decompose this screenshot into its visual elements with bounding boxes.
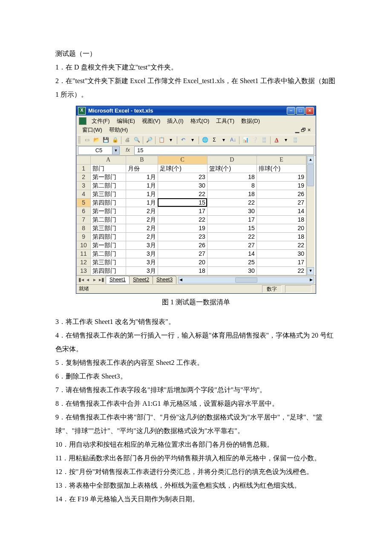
cell[interactable]: 19 bbox=[158, 224, 207, 232]
cell[interactable]: 第三部门 bbox=[91, 224, 126, 232]
cell[interactable]: 18 bbox=[207, 173, 257, 181]
row-header[interactable]: 7 bbox=[77, 215, 91, 224]
cell[interactable]: 17 bbox=[207, 215, 257, 224]
cell[interactable]: 第四部门 bbox=[91, 266, 126, 275]
cell[interactable]: 第四部门 bbox=[91, 198, 126, 207]
cell[interactable]: 30 bbox=[207, 207, 257, 215]
cell[interactable]: 18 bbox=[158, 266, 207, 275]
tab-nav-last-icon[interactable]: ▸▮ bbox=[98, 277, 104, 283]
cell[interactable]: 第二部门 bbox=[91, 215, 126, 224]
formula-input[interactable]: 15 bbox=[134, 146, 314, 155]
cell[interactable]: 篮球(个) bbox=[207, 164, 257, 173]
cell[interactable]: 15 bbox=[207, 224, 257, 232]
cell[interactable]: 22 bbox=[207, 232, 257, 241]
cell[interactable]: 18 bbox=[207, 190, 257, 198]
cell[interactable]: 19 bbox=[257, 181, 306, 190]
open-icon[interactable]: 📂 bbox=[92, 136, 100, 144]
scroll-thumb[interactable] bbox=[307, 164, 314, 186]
cell[interactable]: 第一部门 bbox=[91, 241, 126, 249]
cell[interactable]: 17 bbox=[158, 207, 207, 215]
cell[interactable]: 足球(个) bbox=[158, 164, 207, 173]
row-header[interactable]: 1 bbox=[77, 164, 91, 173]
col-header-C[interactable]: C bbox=[158, 156, 207, 164]
hyperlink-icon[interactable]: 🌐 bbox=[201, 136, 209, 144]
row-header[interactable]: 6 bbox=[77, 207, 91, 215]
menu-format[interactable]: 格式(O) bbox=[187, 117, 213, 126]
menu-view[interactable]: 视图(V) bbox=[138, 117, 164, 126]
tab-nav-next-icon[interactable]: ▸ bbox=[92, 277, 98, 283]
scroll-up-icon[interactable]: ▲ bbox=[307, 156, 314, 164]
row-header[interactable]: 2 bbox=[77, 173, 91, 181]
save-icon[interactable]: 💾 bbox=[102, 136, 110, 144]
cell[interactable]: 第二部门 bbox=[91, 181, 126, 190]
row-header[interactable]: 8 bbox=[77, 224, 91, 232]
cell[interactable]: 20 bbox=[158, 258, 207, 266]
cell[interactable]: 8 bbox=[207, 181, 257, 190]
undo-dropdown-icon[interactable]: ▾ bbox=[189, 136, 196, 144]
cell[interactable]: 第一部门 bbox=[91, 173, 126, 181]
cell[interactable]: 2月 bbox=[126, 215, 158, 224]
sheet-tab-3[interactable]: Sheet3 bbox=[153, 276, 176, 284]
help-icon[interactable]: ❔ bbox=[251, 136, 259, 144]
cell[interactable]: 1月 bbox=[126, 198, 158, 207]
cell[interactable]: 14 bbox=[207, 249, 257, 258]
cell[interactable]: 19 bbox=[257, 173, 306, 181]
name-box-dropdown-icon[interactable]: ▼ bbox=[112, 147, 119, 154]
cell[interactable]: 1月 bbox=[126, 190, 158, 198]
font-color-icon[interactable]: A bbox=[273, 136, 280, 144]
tab-nav-first-icon[interactable]: ▮◂ bbox=[78, 277, 84, 283]
cell[interactable]: 22 bbox=[257, 266, 306, 275]
cell[interactable]: 22 bbox=[158, 190, 207, 198]
cell[interactable]: 月份 bbox=[126, 164, 158, 173]
tab-nav-prev-icon[interactable]: ◂ bbox=[85, 277, 91, 283]
select-all-corner[interactable] bbox=[77, 156, 91, 164]
cell[interactable]: 第三部门 bbox=[91, 190, 126, 198]
cell[interactable]: 2月 bbox=[126, 207, 158, 215]
cell[interactable]: 第四部门 bbox=[91, 232, 126, 241]
cell[interactable]: 3月 bbox=[126, 241, 158, 249]
hscroll-left-icon[interactable]: ◀ bbox=[179, 278, 182, 283]
hscroll-right-icon[interactable]: ▶ bbox=[310, 278, 313, 283]
cell[interactable]: 27 bbox=[158, 249, 207, 258]
row-header[interactable]: 13 bbox=[77, 266, 91, 275]
sheet-tab-1[interactable]: Sheet1 bbox=[106, 276, 130, 284]
autosum-icon[interactable]: Σ bbox=[210, 136, 218, 144]
paste-dropdown-icon[interactable]: ▾ bbox=[167, 136, 175, 144]
sheet-tab-2[interactable]: Sheet2 bbox=[129, 276, 153, 284]
vertical-scrollbar[interactable]: ▲ ▼ bbox=[306, 156, 314, 275]
spreadsheet-grid[interactable]: A B C D E 1 部门 月份 足球(个) 篮球(个) 排球(个) 2第一部… bbox=[76, 156, 306, 275]
cell[interactable]: 2月 bbox=[126, 232, 158, 241]
autosum-dropdown-icon[interactable]: ▾ bbox=[220, 136, 228, 144]
mdi-close[interactable]: × bbox=[308, 127, 311, 134]
cell[interactable]: 第一部门 bbox=[91, 207, 126, 215]
cell[interactable]: 30 bbox=[257, 249, 306, 258]
research-icon[interactable]: 🔎 bbox=[145, 136, 153, 144]
cell[interactable]: 1月 bbox=[126, 181, 158, 190]
name-box[interactable]: C5 ▼ bbox=[78, 146, 120, 155]
cell[interactable]: 23 bbox=[158, 173, 207, 181]
cell[interactable]: 27 bbox=[257, 198, 306, 207]
cell[interactable]: 1月 bbox=[126, 173, 158, 181]
horizontal-scrollbar[interactable]: ◀ ▶ bbox=[178, 277, 314, 283]
cell[interactable]: 30 bbox=[207, 266, 257, 275]
cell[interactable]: 22 bbox=[207, 198, 257, 207]
undo-icon[interactable]: ↶ bbox=[179, 136, 187, 144]
fx-icon[interactable]: fx bbox=[121, 147, 134, 154]
minimize-button[interactable]: – bbox=[287, 107, 295, 115]
row-header[interactable]: 9 bbox=[77, 232, 91, 241]
paste-icon[interactable]: 📋 bbox=[158, 136, 165, 144]
cell[interactable]: 第三部门 bbox=[91, 258, 126, 266]
mdi-restore[interactable]: 🗗 bbox=[301, 127, 306, 134]
chart-wizard-icon[interactable]: 📊 bbox=[242, 136, 249, 144]
row-header[interactable]: 5 bbox=[77, 198, 91, 207]
row-header[interactable]: 11 bbox=[77, 249, 91, 258]
cell[interactable]: 17 bbox=[257, 258, 306, 266]
cell[interactable]: 3月 bbox=[126, 266, 158, 275]
menu-window[interactable]: 窗口(W) bbox=[79, 126, 106, 135]
row-header[interactable]: 12 bbox=[77, 258, 91, 266]
toolbar-more-1[interactable]: ░ bbox=[260, 136, 268, 144]
cell[interactable]: 3月 bbox=[126, 258, 158, 266]
font-color-dropdown-icon[interactable]: ▾ bbox=[282, 136, 290, 144]
menu-file[interactable]: 文件(F) bbox=[88, 117, 113, 126]
cell[interactable]: 18 bbox=[257, 215, 306, 224]
